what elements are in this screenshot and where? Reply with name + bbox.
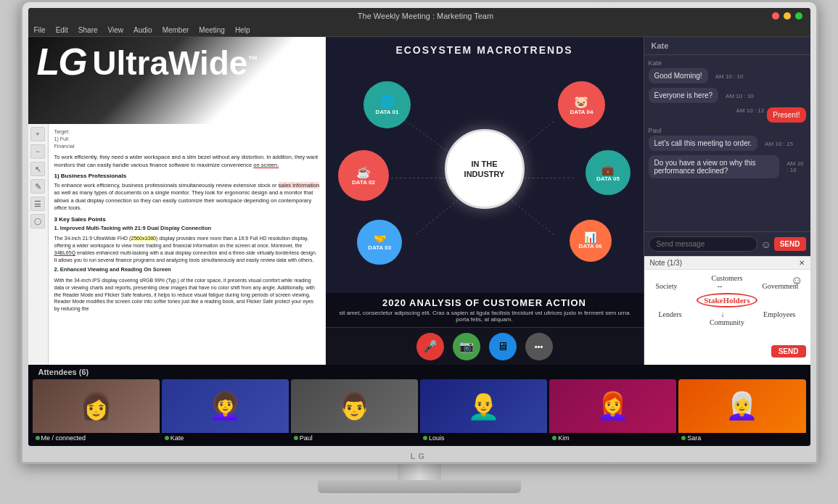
person-louis: 👨‍🦲 xyxy=(420,379,547,433)
menu-edit[interactable]: Edit xyxy=(56,26,68,34)
maximize-dot[interactable] xyxy=(795,12,802,20)
chat-time-5: AM 10 : 16 xyxy=(786,160,805,173)
ecosystem-area: IN THE INDUSTRY 🌐 DATA 01 ☕ DATA 02 xyxy=(326,63,644,293)
menu-audio[interactable]: Audio xyxy=(133,26,152,34)
attendee-card-louis: 👨‍🦲 Louis xyxy=(420,379,547,443)
attendee-card-me: 👩 Me / connected xyxy=(33,379,160,443)
attendee-label-paul: Paul xyxy=(300,434,313,442)
attendee-label-kim: Kim xyxy=(558,434,570,442)
chat-input-row: ☺ SEND xyxy=(644,231,810,256)
menu-member[interactable]: Member xyxy=(163,26,189,34)
attendee-video-louis: 👨‍🦲 xyxy=(420,379,547,433)
status-dot-paul xyxy=(294,436,298,440)
stand-neck xyxy=(398,464,441,480)
chat-input[interactable] xyxy=(649,236,758,252)
doc-targets: Target:1) FullFinancial xyxy=(54,129,75,149)
document-panel: LG UltraWide™ + − ↖ ✎ ☰ ◯ xyxy=(28,37,326,365)
tool-highlight[interactable]: ☰ xyxy=(30,197,45,211)
menu-meeting[interactable]: Meeting xyxy=(199,26,225,34)
chat-panel: Kate Kate Good Morning! AM 10 : 10 Every… xyxy=(644,37,810,365)
doc-logo-overlay: LG UltraWide™ xyxy=(28,37,326,124)
tool-cursor[interactable]: ↖ xyxy=(30,162,45,176)
attendee-video-kate: 👩‍🦱 xyxy=(162,379,289,433)
data-node-04: 🐷 DATA 04 xyxy=(558,81,605,128)
bezel-brand: LG xyxy=(411,452,427,460)
attendees-header: Attendees (6) xyxy=(28,365,810,379)
chat-bubble-3: Present! xyxy=(767,107,805,123)
bezel-logo: LG xyxy=(22,450,816,462)
menu-view[interactable]: View xyxy=(108,26,124,34)
monitor-stand xyxy=(318,464,521,493)
attendee-name-sara: Sara xyxy=(678,433,805,443)
note-smiley: ☺ xyxy=(791,274,802,287)
data-node-05: 💼 DATA 05 xyxy=(586,150,630,195)
analysis-title: 2020 ANALYSIS OF CUSTOMER ACTION xyxy=(333,297,636,308)
presentation-panel: ECOSYSTEM MACROTRENDS xyxy=(326,37,644,365)
note-lenders-employees: Lenders ↓ Employees xyxy=(649,310,806,318)
attendee-name-me: Me / connected xyxy=(33,433,160,443)
status-dot-louis xyxy=(423,436,427,440)
msg-sender: Kate xyxy=(649,59,806,67)
tool-pen[interactable]: ✎ xyxy=(30,179,45,194)
attendee-video-kim: 👩‍🦰 xyxy=(549,379,676,433)
attendee-card-paul: 👨 Paul xyxy=(291,379,418,443)
note-send-button[interactable]: SEND xyxy=(771,345,806,358)
attendee-card-kate: 👩‍🦱 Kate xyxy=(162,379,289,443)
monitor: The Weekly Meeting : Marketing Team File… xyxy=(20,0,818,464)
menu-file[interactable]: File xyxy=(34,26,46,34)
chat-contact-name: Kate xyxy=(652,41,669,50)
doc-point2-body: With the 34-inch IPS display covering sR… xyxy=(54,277,320,313)
video-button[interactable]: 📷 xyxy=(453,333,480,360)
person-kate: 👩‍🦱 xyxy=(162,379,289,433)
attendee-video-sara: 👩‍🦳 xyxy=(678,379,805,433)
chat-time-4: AM 10 : 15 xyxy=(765,141,793,147)
data-bubble-02: ☕ DATA 02 xyxy=(338,150,389,201)
pres-header: ECOSYSTEM MACROTRENDS xyxy=(326,37,644,63)
window-controls xyxy=(772,12,802,20)
status-dot-kim xyxy=(552,436,556,440)
attendee-video-paul: 👨 xyxy=(291,379,418,433)
stand-base xyxy=(318,480,521,493)
emoji-button[interactable]: ☺ xyxy=(760,239,771,250)
chat-time-3: AM 10 : 12 xyxy=(736,107,765,114)
attendee-label-louis: Louis xyxy=(429,434,445,442)
note-close-icon[interactable]: ✕ xyxy=(799,259,805,267)
attendee-video-me: 👩 xyxy=(33,379,160,433)
doc-section1-title: 1) Business Professionals xyxy=(54,172,320,180)
note-community: Community xyxy=(649,318,806,326)
data-node-06: 📊 DATA 06 xyxy=(570,220,612,262)
attendees-row: 👩 Me / connected 👩‍🦱 Kate xyxy=(28,379,810,446)
msg-group-paul2: Do you have a view on why this performan… xyxy=(649,155,806,178)
note-customers: Customers xyxy=(649,274,806,282)
attendee-name-paul: Paul xyxy=(291,433,418,443)
data-bubble-01: 🌐 DATA 01 xyxy=(363,81,411,128)
close-dot[interactable] xyxy=(772,12,779,20)
minimize-dot[interactable] xyxy=(784,12,791,20)
ultrawide-brand: UltraWide™ xyxy=(92,44,258,82)
doc-point1-title: 1. Improved Multi-Tasking with 21:9 Dual… xyxy=(54,225,320,233)
tool-zoom-out[interactable]: − xyxy=(30,144,45,159)
person-sara: 👩‍🦳 xyxy=(678,379,805,433)
chat-bubble-5: Do you have a view on why this performan… xyxy=(649,155,780,178)
menu-help[interactable]: Help xyxy=(235,26,250,34)
more-options-button[interactable]: ••• xyxy=(525,333,553,360)
attendee-name-louis: Louis xyxy=(420,433,547,443)
attendee-card-sara: 👩‍🦳 Sara xyxy=(678,379,805,443)
title-bar: The Weekly Meeting : Marketing Team xyxy=(28,8,810,24)
center-circle: IN THE INDUSTRY xyxy=(445,129,525,209)
chat-bubble-2: Everyone is here? xyxy=(649,88,719,103)
data-bubble-03: 🤝 DATA 03 xyxy=(357,220,402,265)
attendees-section: Attendees (6) 👩 Me / connected 👩‍🦱 xyxy=(28,365,810,446)
attendee-label-sara: Sara xyxy=(687,434,701,442)
menu-bar: File Edit Share View Audio Member Meetin… xyxy=(28,24,810,37)
screen-share-button[interactable]: 🖥 xyxy=(489,333,517,360)
chat-send-button[interactable]: SEND xyxy=(774,237,806,251)
tool-shape[interactable]: ◯ xyxy=(30,214,45,228)
mic-button[interactable]: 🎤 xyxy=(416,333,444,360)
data-node-03: 🤝 DATA 03 xyxy=(357,220,402,265)
tool-zoom-in[interactable]: + xyxy=(30,127,45,141)
doc-text-area: Target:1) FullFinancial To work efficien… xyxy=(49,124,326,365)
doc-intro: To work efficiently, they need a wider w… xyxy=(54,154,320,169)
msg-group-kate2: Everyone is here? AM 10 : 10 xyxy=(649,88,806,103)
menu-share[interactable]: Share xyxy=(78,26,98,34)
